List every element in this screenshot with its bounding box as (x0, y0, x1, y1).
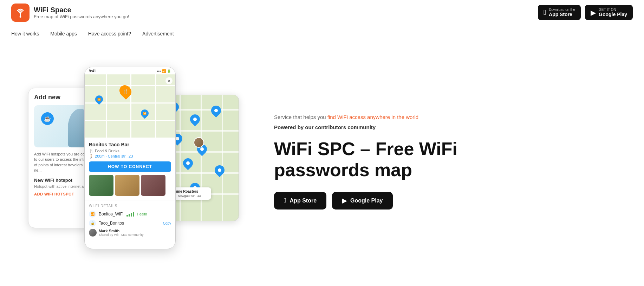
copy-button[interactable]: Copy (163, 221, 171, 225)
place-card: Bonitos Taco Bar 🍴 Food & Drinks 🚶 200m … (85, 138, 175, 200)
wifi-signal-icon: 📶 (89, 211, 96, 218)
road-h3 (85, 120, 175, 121)
place-category: 🍴 Food & Drinks (89, 149, 171, 153)
apple-cta-icon:  (284, 197, 286, 204)
phone-map: ✕ (85, 74, 175, 138)
nav-how-it-works[interactable]: How it works (11, 31, 39, 36)
main-title: WiFi SPC – Free WiFi passwords map (274, 139, 616, 181)
connect-button[interactable]: HOW TO CONNECT (89, 161, 171, 172)
contributor-row: Mark Smith Shared by WiFi Map community (89, 229, 171, 237)
place-name: Bonitos Taco Bar (89, 142, 171, 147)
map-road-v1 (180, 95, 181, 221)
header: WiFi Space Free map of WiFi passwords an… (0, 0, 644, 25)
wifi-name: Bonitos_WiFi (99, 212, 124, 217)
logo-icon (11, 4, 30, 22)
googleplay-cta-icon: ▶ (342, 197, 347, 205)
wifi-details-section: WI-FI DETAILS 📶 Bonitos_WiFi Health 🔒 Ta… (85, 200, 175, 240)
map-grid (85, 74, 175, 138)
logo-text: WiFi Space Free map of WiFi passwords an… (34, 6, 129, 19)
contributor-info: Mark Smith Shared by WiFi Map community (99, 229, 144, 237)
place-image-1 (89, 175, 113, 196)
place-images (89, 175, 171, 196)
map-close-button[interactable]: ✕ (165, 77, 173, 84)
cta-buttons:  App Store ▶ Google Play (274, 192, 616, 209)
googleplay-header-button[interactable]: ▶ GET IT ON Google Play (585, 5, 633, 20)
lock-icon: 🔒 (89, 220, 96, 227)
phone-main: 9:41 ▪▪▪ 📶 🔋 ✕ Bonito (84, 67, 176, 249)
cta-appstore-button[interactable]:  App Store (274, 192, 326, 209)
status-time: 9:41 (89, 69, 96, 73)
wifi-details-title: WI-FI DETAILS (89, 204, 171, 208)
contributor-sub: Shared by WiFi Map community (99, 233, 144, 237)
map-road-v2 (201, 95, 202, 221)
googleplay-large-label: Google Play (599, 12, 627, 17)
map-road-v3 (222, 95, 223, 221)
googleplay-icon: ▶ (591, 8, 596, 17)
hero-text-area: Service that helps you find WiFi access … (260, 113, 616, 209)
wifi-name-row: 📶 Bonitos_WiFi Health (89, 211, 171, 218)
bar3 (131, 213, 132, 217)
phone-status-bar: 9:41 ▪▪▪ 📶 🔋 (85, 67, 175, 74)
powered-by-text: Powered by our contributors community (274, 124, 616, 130)
user-location-pin (194, 137, 204, 148)
service-desc-normal: Service that helps you (274, 114, 327, 120)
place-image-2 (115, 175, 139, 196)
service-desc-highlight: find WiFi access anywhere in the world (327, 114, 418, 120)
status-icons: ▪▪▪ 📶 🔋 (157, 69, 171, 73)
appstore-button-text: Download on the App Store (549, 8, 575, 17)
road-v3 (155, 74, 156, 138)
nav-mobile-apps[interactable]: Mobile apps (50, 31, 77, 36)
nav-access-point[interactable]: Have access point? (88, 31, 131, 36)
appstore-large-label: App Store (549, 12, 575, 17)
title-line1: WiFi SPC – Free WiFi (274, 139, 457, 159)
apple-icon:  (544, 8, 546, 16)
wifi-pin-6 (181, 156, 195, 170)
appstore-header-button[interactable]:  Download on the App Store (538, 5, 581, 20)
googleplay-small-label: GET IT ON (599, 8, 627, 12)
road-v1 (106, 74, 107, 138)
wifi-pin-7 (213, 163, 227, 177)
title-line2: passwords map (274, 160, 412, 180)
cta-appstore-label: App Store (290, 198, 317, 204)
mockups-area: Add new ☕ Add WiFi hotspots you are conn… (28, 67, 239, 256)
cta-googleplay-button[interactable]: ▶ Google Play (332, 192, 392, 209)
walk-icon: 🚶 (89, 154, 94, 158)
bar2 (129, 214, 130, 217)
googleplay-button-text: GET IT ON Google Play (599, 8, 627, 17)
wifi-password-row: 🔒 Taco_Bonitos Copy (89, 220, 171, 227)
service-description: Service that helps you find WiFi access … (274, 113, 616, 121)
place-image-3 (141, 175, 165, 196)
main-nav: How it works Mobile apps Have access poi… (0, 25, 644, 42)
app-subtitle: Free map of WiFi passwords anywhere you … (34, 14, 129, 19)
food-icon: 🍴 (89, 149, 94, 153)
road-h1 (85, 85, 175, 86)
bar4 (133, 212, 134, 217)
contributor-name: Mark Smith (99, 229, 144, 233)
header-buttons:  Download on the App Store ▶ GET IT ON … (538, 5, 633, 20)
app-title: WiFi Space (34, 6, 129, 14)
add-coffee-icon: ☕ (41, 112, 54, 125)
wifi-pin-3 (209, 104, 223, 118)
svg-point-2 (20, 16, 21, 18)
wifi-password: Taco_Bonitos (99, 221, 124, 226)
appstore-small-label: Download on the (549, 8, 575, 12)
main-content: Add new ☕ Add WiFi hotspots you are conn… (0, 42, 644, 281)
logo-area: WiFi Space Free map of WiFi passwords an… (11, 4, 538, 22)
nav-advertisement[interactable]: Advertisement (142, 31, 174, 36)
wifi-pin-2 (188, 112, 202, 126)
cta-googleplay-label: Google Play (350, 198, 383, 204)
place-distance: 🚶 200m · Central str., 23 (89, 154, 171, 159)
bar1 (126, 215, 128, 217)
wifi-signal-label: Health (137, 212, 147, 216)
contributor-avatar (89, 229, 97, 237)
road-v2 (130, 74, 131, 138)
signal-bars (126, 212, 134, 217)
